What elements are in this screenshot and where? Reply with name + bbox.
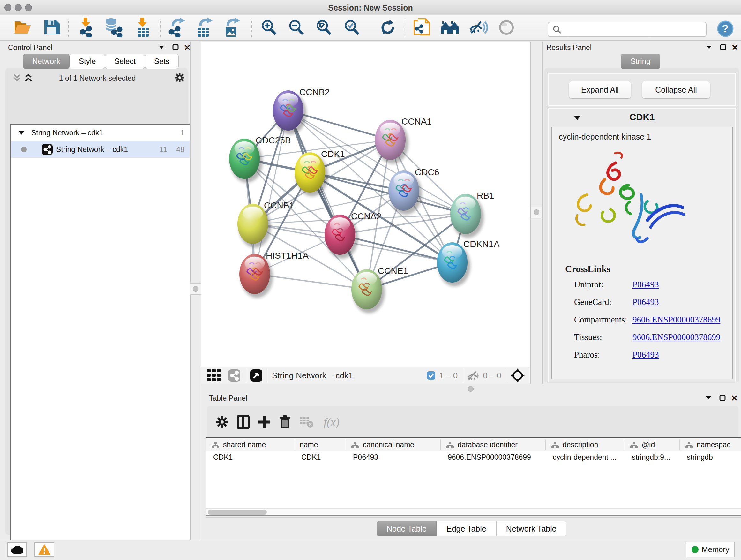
- network-node-RB1[interactable]: RB1: [450, 191, 494, 238]
- table-cell[interactable]: stringdb:9...: [632, 453, 670, 462]
- column-divider[interactable]: [441, 440, 441, 450]
- refresh-icon[interactable]: [378, 17, 398, 37]
- left-splitter-handle[interactable]: [190, 283, 201, 295]
- open-file-icon[interactable]: [13, 17, 32, 37]
- network-canvas[interactable]: CCNB2CCNA1CDC25BCDK1CDC6RB1CCNB1CCNA2CDK…: [201, 42, 530, 367]
- node-table[interactable]: shared namenamecanonical namedatabase id…: [206, 437, 741, 516]
- network-node-CDKN1A[interactable]: CDKN1A: [437, 239, 500, 287]
- column-header-7[interactable]: namespac: [685, 438, 731, 451]
- export-network-icon[interactable]: [166, 17, 186, 37]
- tab-network[interactable]: Network: [23, 54, 70, 69]
- tab-node-table[interactable]: Node Table: [377, 521, 436, 537]
- show-columns-icon[interactable]: [237, 415, 250, 429]
- column-header-4[interactable]: database identifier: [446, 438, 518, 451]
- show-all-eye-icon[interactable]: [496, 17, 516, 37]
- table-cell[interactable]: stringdb: [687, 453, 713, 462]
- horizontal-splitter-handle[interactable]: [468, 386, 474, 392]
- network-row-selected[interactable]: String Network – cdk1 11 48: [11, 141, 190, 158]
- column-divider[interactable]: [624, 440, 625, 450]
- crosslink-value-link[interactable]: P06493: [632, 297, 659, 307]
- column-header-3[interactable]: canonical name: [351, 438, 414, 451]
- collection-expand-icon[interactable]: [18, 131, 24, 135]
- crosslink-value-link[interactable]: 9606.ENSP00000378699: [632, 315, 720, 325]
- selected-checkbox-icon[interactable]: [427, 371, 435, 380]
- zoom-fit-icon[interactable]: [314, 17, 334, 37]
- expand-all-networks-icon[interactable]: [23, 73, 33, 82]
- column-divider[interactable]: [294, 440, 294, 450]
- cloud-button[interactable]: [7, 543, 27, 557]
- right-splitter[interactable]: [530, 42, 542, 384]
- close-panel-icon[interactable]: ✕: [731, 43, 738, 53]
- network-edge-CCNB2-HIST1H1A[interactable]: [255, 111, 288, 274]
- float-panel-icon[interactable]: [719, 395, 726, 401]
- zoom-out-icon[interactable]: [286, 17, 307, 37]
- network-options-gear-icon[interactable]: [174, 72, 185, 83]
- table-cell[interactable]: cyclin-dependent ...: [553, 453, 616, 462]
- column-divider[interactable]: [346, 440, 346, 450]
- column-divider[interactable]: [679, 440, 680, 450]
- tab-select[interactable]: Select: [105, 54, 145, 69]
- table-cell[interactable]: P06493: [353, 453, 378, 462]
- function-builder-icon[interactable]: f(x): [324, 415, 340, 429]
- table-hscrollbar-thumb[interactable]: [208, 509, 267, 515]
- add-column-icon[interactable]: [258, 416, 271, 428]
- network-edge-CDK1-RB1[interactable]: [310, 172, 466, 214]
- network-collection-row[interactable]: String Network – cdk1 1: [11, 125, 190, 141]
- fit-selected-crosshair-icon[interactable]: [511, 368, 525, 382]
- panel-menu-icon[interactable]: [158, 45, 165, 50]
- expand-all-button[interactable]: Expand All: [569, 81, 631, 99]
- tab-sets[interactable]: Sets: [145, 54, 179, 69]
- warning-button[interactable]: [35, 543, 54, 557]
- close-panel-icon[interactable]: ✕: [184, 43, 191, 53]
- network-node-HIST1H1A[interactable]: HIST1H1A: [239, 251, 309, 298]
- delete-column-icon[interactable]: [279, 415, 291, 429]
- table-cell[interactable]: CDK1: [301, 453, 321, 462]
- help-icon[interactable]: ?: [717, 20, 734, 37]
- tab-string[interactable]: String: [621, 54, 660, 69]
- table-cell[interactable]: CDK1: [213, 453, 232, 462]
- export-image-icon[interactable]: [221, 17, 241, 37]
- table-hscrollbar[interactable]: [206, 508, 741, 516]
- network-node-CCNB2[interactable]: CCNB2: [273, 87, 330, 134]
- search-input[interactable]: [562, 25, 697, 34]
- search-box[interactable]: [548, 22, 706, 37]
- import-database-icon[interactable]: [104, 17, 123, 37]
- collapse-all-button[interactable]: Collapse All: [642, 81, 711, 99]
- hidden-eye-icon[interactable]: [467, 370, 480, 381]
- column-header-2[interactable]: name: [300, 438, 318, 451]
- column-divider[interactable]: [545, 440, 546, 450]
- panel-menu-icon[interactable]: [706, 45, 712, 50]
- left-splitter[interactable]: [190, 42, 201, 540]
- panel-menu-icon[interactable]: [705, 395, 712, 400]
- export-table-icon[interactable]: [194, 17, 214, 37]
- crosslink-value-link[interactable]: 9606.ENSP00000378699: [632, 332, 720, 342]
- tab-edge-table[interactable]: Edge Table: [436, 521, 496, 537]
- zoom-selected-icon[interactable]: [342, 17, 362, 37]
- string-network-badge-icon[interactable]: [228, 369, 241, 382]
- network-node-CDC6[interactable]: CDC6: [388, 167, 439, 214]
- close-panel-icon[interactable]: ✕: [731, 393, 738, 403]
- hide-selected-eye-icon[interactable]: [468, 17, 488, 37]
- save-session-icon[interactable]: [42, 17, 61, 37]
- float-panel-icon[interactable]: [172, 44, 179, 51]
- crosslink-value-link[interactable]: P06493: [632, 350, 659, 360]
- memory-button[interactable]: Memory: [686, 542, 735, 557]
- copy-network-document-icon[interactable]: [412, 17, 432, 37]
- network-node-CCNB1[interactable]: CCNB1: [238, 200, 294, 248]
- grid-view-icon[interactable]: [207, 369, 221, 382]
- float-panel-icon[interactable]: [720, 44, 726, 51]
- crosslink-value-link[interactable]: P06493: [632, 280, 659, 290]
- right-splitter-handle[interactable]: [531, 206, 542, 218]
- column-header-1[interactable]: shared name: [212, 438, 266, 451]
- import-network-icon[interactable]: [76, 17, 96, 37]
- home-icon[interactable]: [441, 17, 460, 37]
- birdseye-view-icon[interactable]: [250, 369, 263, 382]
- zoom-in-icon[interactable]: [259, 17, 279, 37]
- table-cell[interactable]: 9606.ENSP00000378699: [448, 453, 531, 462]
- network-node-CCNE1[interactable]: CCNE1: [351, 266, 408, 313]
- tab-network-table[interactable]: Network Table: [496, 521, 566, 537]
- table-gear-icon[interactable]: [216, 416, 228, 428]
- network-node-CCNA1[interactable]: CCNA1: [375, 117, 432, 164]
- collapse-all-networks-icon[interactable]: [12, 73, 22, 82]
- column-header-6[interactable]: @id: [630, 438, 655, 451]
